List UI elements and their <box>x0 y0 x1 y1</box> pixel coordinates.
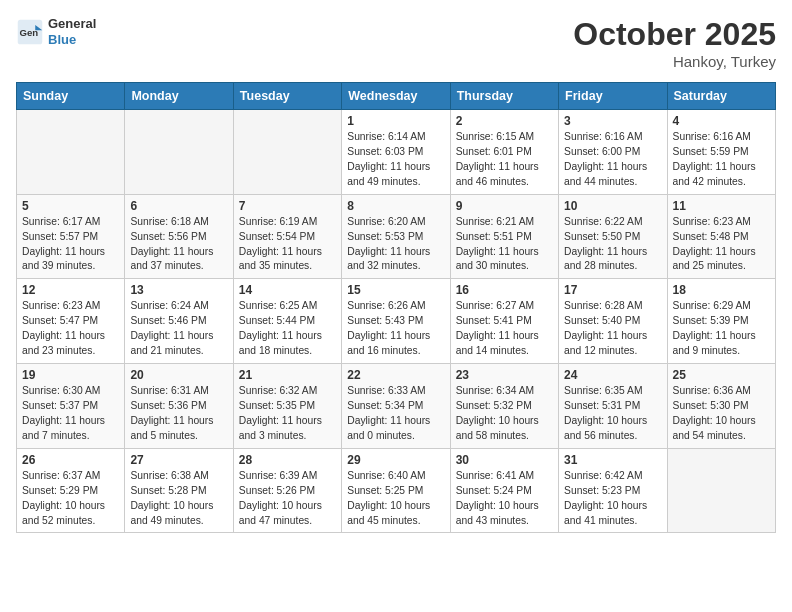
weekday-header: Monday <box>125 83 233 110</box>
day-number: 30 <box>456 453 553 467</box>
calendar-cell: 13Sunrise: 6:24 AM Sunset: 5:46 PM Dayli… <box>125 279 233 364</box>
calendar-cell: 25Sunrise: 6:36 AM Sunset: 5:30 PM Dayli… <box>667 364 775 449</box>
calendar-week-row: 26Sunrise: 6:37 AM Sunset: 5:29 PM Dayli… <box>17 448 776 533</box>
day-number: 28 <box>239 453 336 467</box>
day-info: Sunrise: 6:16 AM Sunset: 6:00 PM Dayligh… <box>564 130 661 190</box>
day-number: 10 <box>564 199 661 213</box>
calendar-header-row: SundayMondayTuesdayWednesdayThursdayFrid… <box>17 83 776 110</box>
day-number: 23 <box>456 368 553 382</box>
day-number: 13 <box>130 283 227 297</box>
calendar-cell: 26Sunrise: 6:37 AM Sunset: 5:29 PM Dayli… <box>17 448 125 533</box>
calendar-cell: 19Sunrise: 6:30 AM Sunset: 5:37 PM Dayli… <box>17 364 125 449</box>
day-info: Sunrise: 6:42 AM Sunset: 5:23 PM Dayligh… <box>564 469 661 529</box>
month-title: October 2025 <box>573 16 776 53</box>
calendar-cell: 14Sunrise: 6:25 AM Sunset: 5:44 PM Dayli… <box>233 279 341 364</box>
calendar-cell: 4Sunrise: 6:16 AM Sunset: 5:59 PM Daylig… <box>667 110 775 195</box>
logo: Gen General Blue <box>16 16 96 47</box>
day-info: Sunrise: 6:34 AM Sunset: 5:32 PM Dayligh… <box>456 384 553 444</box>
calendar-cell <box>125 110 233 195</box>
calendar-cell: 23Sunrise: 6:34 AM Sunset: 5:32 PM Dayli… <box>450 364 558 449</box>
day-number: 15 <box>347 283 444 297</box>
day-info: Sunrise: 6:36 AM Sunset: 5:30 PM Dayligh… <box>673 384 770 444</box>
day-number: 31 <box>564 453 661 467</box>
calendar-cell: 12Sunrise: 6:23 AM Sunset: 5:47 PM Dayli… <box>17 279 125 364</box>
day-info: Sunrise: 6:23 AM Sunset: 5:47 PM Dayligh… <box>22 299 119 359</box>
day-info: Sunrise: 6:26 AM Sunset: 5:43 PM Dayligh… <box>347 299 444 359</box>
calendar-cell: 21Sunrise: 6:32 AM Sunset: 5:35 PM Dayli… <box>233 364 341 449</box>
day-info: Sunrise: 6:20 AM Sunset: 5:53 PM Dayligh… <box>347 215 444 275</box>
weekday-header: Tuesday <box>233 83 341 110</box>
calendar-cell: 7Sunrise: 6:19 AM Sunset: 5:54 PM Daylig… <box>233 194 341 279</box>
day-info: Sunrise: 6:27 AM Sunset: 5:41 PM Dayligh… <box>456 299 553 359</box>
calendar-cell: 29Sunrise: 6:40 AM Sunset: 5:25 PM Dayli… <box>342 448 450 533</box>
calendar-cell: 24Sunrise: 6:35 AM Sunset: 5:31 PM Dayli… <box>559 364 667 449</box>
calendar-cell: 9Sunrise: 6:21 AM Sunset: 5:51 PM Daylig… <box>450 194 558 279</box>
day-info: Sunrise: 6:24 AM Sunset: 5:46 PM Dayligh… <box>130 299 227 359</box>
weekday-header: Saturday <box>667 83 775 110</box>
calendar-cell: 11Sunrise: 6:23 AM Sunset: 5:48 PM Dayli… <box>667 194 775 279</box>
day-number: 22 <box>347 368 444 382</box>
day-number: 25 <box>673 368 770 382</box>
weekday-header: Sunday <box>17 83 125 110</box>
day-number: 12 <box>22 283 119 297</box>
day-number: 14 <box>239 283 336 297</box>
day-info: Sunrise: 6:22 AM Sunset: 5:50 PM Dayligh… <box>564 215 661 275</box>
day-number: 2 <box>456 114 553 128</box>
day-info: Sunrise: 6:31 AM Sunset: 5:36 PM Dayligh… <box>130 384 227 444</box>
logo-icon: Gen <box>16 18 44 46</box>
day-info: Sunrise: 6:32 AM Sunset: 5:35 PM Dayligh… <box>239 384 336 444</box>
day-info: Sunrise: 6:41 AM Sunset: 5:24 PM Dayligh… <box>456 469 553 529</box>
day-number: 18 <box>673 283 770 297</box>
calendar-cell: 22Sunrise: 6:33 AM Sunset: 5:34 PM Dayli… <box>342 364 450 449</box>
calendar-cell: 8Sunrise: 6:20 AM Sunset: 5:53 PM Daylig… <box>342 194 450 279</box>
calendar-week-row: 5Sunrise: 6:17 AM Sunset: 5:57 PM Daylig… <box>17 194 776 279</box>
day-number: 9 <box>456 199 553 213</box>
calendar-cell: 3Sunrise: 6:16 AM Sunset: 6:00 PM Daylig… <box>559 110 667 195</box>
day-info: Sunrise: 6:40 AM Sunset: 5:25 PM Dayligh… <box>347 469 444 529</box>
calendar-cell: 31Sunrise: 6:42 AM Sunset: 5:23 PM Dayli… <box>559 448 667 533</box>
day-number: 27 <box>130 453 227 467</box>
calendar-cell: 18Sunrise: 6:29 AM Sunset: 5:39 PM Dayli… <box>667 279 775 364</box>
calendar-cell: 16Sunrise: 6:27 AM Sunset: 5:41 PM Dayli… <box>450 279 558 364</box>
day-info: Sunrise: 6:18 AM Sunset: 5:56 PM Dayligh… <box>130 215 227 275</box>
day-info: Sunrise: 6:21 AM Sunset: 5:51 PM Dayligh… <box>456 215 553 275</box>
day-info: Sunrise: 6:33 AM Sunset: 5:34 PM Dayligh… <box>347 384 444 444</box>
calendar-cell: 27Sunrise: 6:38 AM Sunset: 5:28 PM Dayli… <box>125 448 233 533</box>
logo-text: General Blue <box>48 16 96 47</box>
day-info: Sunrise: 6:23 AM Sunset: 5:48 PM Dayligh… <box>673 215 770 275</box>
day-number: 6 <box>130 199 227 213</box>
day-info: Sunrise: 6:19 AM Sunset: 5:54 PM Dayligh… <box>239 215 336 275</box>
calendar-week-row: 12Sunrise: 6:23 AM Sunset: 5:47 PM Dayli… <box>17 279 776 364</box>
day-number: 20 <box>130 368 227 382</box>
calendar-cell: 5Sunrise: 6:17 AM Sunset: 5:57 PM Daylig… <box>17 194 125 279</box>
day-info: Sunrise: 6:29 AM Sunset: 5:39 PM Dayligh… <box>673 299 770 359</box>
day-number: 29 <box>347 453 444 467</box>
day-info: Sunrise: 6:39 AM Sunset: 5:26 PM Dayligh… <box>239 469 336 529</box>
calendar-cell: 17Sunrise: 6:28 AM Sunset: 5:40 PM Dayli… <box>559 279 667 364</box>
day-number: 16 <box>456 283 553 297</box>
logo-line2: Blue <box>48 32 96 48</box>
day-number: 21 <box>239 368 336 382</box>
calendar-week-row: 19Sunrise: 6:30 AM Sunset: 5:37 PM Dayli… <box>17 364 776 449</box>
calendar-cell: 20Sunrise: 6:31 AM Sunset: 5:36 PM Dayli… <box>125 364 233 449</box>
calendar-cell: 15Sunrise: 6:26 AM Sunset: 5:43 PM Dayli… <box>342 279 450 364</box>
logo-line1: General <box>48 16 96 32</box>
calendar-cell <box>667 448 775 533</box>
day-info: Sunrise: 6:15 AM Sunset: 6:01 PM Dayligh… <box>456 130 553 190</box>
title-block: October 2025 Hankoy, Turkey <box>573 16 776 70</box>
calendar-table: SundayMondayTuesdayWednesdayThursdayFrid… <box>16 82 776 533</box>
calendar-week-row: 1Sunrise: 6:14 AM Sunset: 6:03 PM Daylig… <box>17 110 776 195</box>
day-number: 7 <box>239 199 336 213</box>
calendar-cell: 2Sunrise: 6:15 AM Sunset: 6:01 PM Daylig… <box>450 110 558 195</box>
day-number: 26 <box>22 453 119 467</box>
day-info: Sunrise: 6:17 AM Sunset: 5:57 PM Dayligh… <box>22 215 119 275</box>
calendar-cell: 28Sunrise: 6:39 AM Sunset: 5:26 PM Dayli… <box>233 448 341 533</box>
day-info: Sunrise: 6:35 AM Sunset: 5:31 PM Dayligh… <box>564 384 661 444</box>
day-number: 1 <box>347 114 444 128</box>
day-info: Sunrise: 6:38 AM Sunset: 5:28 PM Dayligh… <box>130 469 227 529</box>
day-number: 11 <box>673 199 770 213</box>
day-number: 4 <box>673 114 770 128</box>
day-number: 8 <box>347 199 444 213</box>
weekday-header: Thursday <box>450 83 558 110</box>
day-info: Sunrise: 6:30 AM Sunset: 5:37 PM Dayligh… <box>22 384 119 444</box>
